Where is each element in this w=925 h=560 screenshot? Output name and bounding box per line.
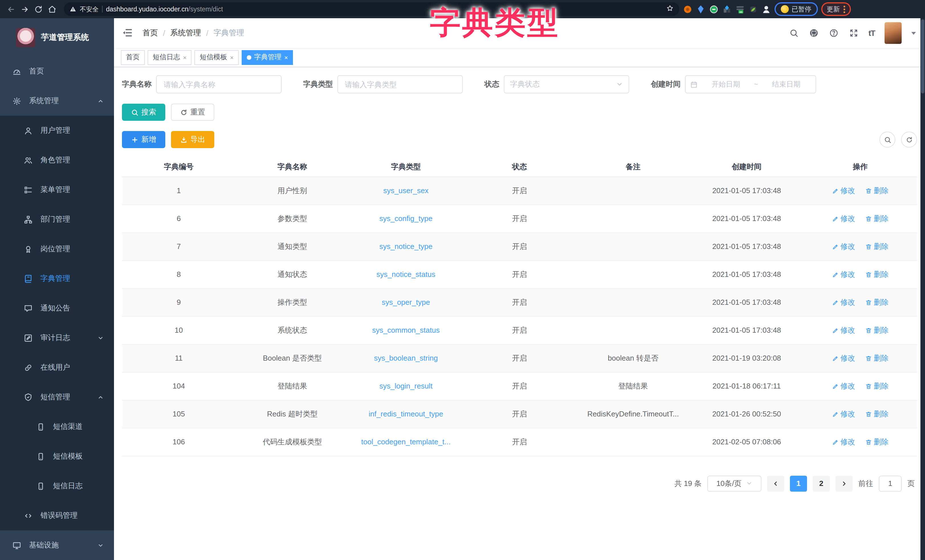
show-search-icon-button[interactable]: [880, 132, 895, 148]
extension-tampermonkey-icon[interactable]: on: [735, 4, 745, 14]
delete-link[interactable]: 删除: [865, 213, 889, 224]
reload-icon[interactable]: [33, 4, 43, 14]
font-size-icon[interactable]: tT: [869, 29, 875, 38]
extension-green-icon[interactable]: [709, 4, 719, 14]
delete-link[interactable]: 删除: [865, 353, 889, 363]
dict-type-link[interactable]: sys_config_type: [349, 205, 463, 232]
reset-button[interactable]: 重置: [171, 104, 214, 121]
next-page-button[interactable]: [836, 476, 853, 491]
extension-person-icon[interactable]: [761, 4, 771, 14]
edit-link[interactable]: 修改: [832, 185, 855, 196]
home-icon[interactable]: [47, 4, 57, 14]
refresh-icon-button[interactable]: [901, 132, 917, 148]
edit-link[interactable]: 修改: [832, 213, 855, 224]
delete-link[interactable]: 删除: [865, 409, 889, 419]
sidebar-item-dict[interactable]: 字典管理: [0, 264, 114, 294]
edit-link[interactable]: 修改: [832, 241, 855, 251]
breadcrumb-system[interactable]: 系统管理: [170, 28, 201, 38]
dict-type-link[interactable]: sys_user_sex: [349, 177, 463, 205]
tab-sms-template[interactable]: 短信模板×: [194, 50, 239, 65]
edit-link[interactable]: 修改: [832, 325, 855, 335]
edit-link[interactable]: 修改: [832, 437, 855, 447]
export-button[interactable]: 导出: [171, 131, 214, 148]
breadcrumb-home[interactable]: 首页: [143, 28, 158, 38]
dict-type-link[interactable]: sys_common_status: [349, 316, 463, 344]
extension-leaf-icon[interactable]: [748, 4, 758, 14]
dict-type-link[interactable]: tool_codegen_template_t...: [349, 428, 463, 456]
status-select[interactable]: 字典状态: [504, 75, 629, 93]
close-icon[interactable]: ×: [285, 54, 288, 61]
browser-update-button[interactable]: 更新: [821, 2, 851, 16]
tab-home[interactable]: 首页: [121, 50, 145, 65]
dict-type-link[interactable]: sys_login_result: [349, 372, 463, 400]
sidebar-item-sms-log[interactable]: 短信日志: [0, 471, 114, 501]
dict-type-input[interactable]: [337, 75, 463, 93]
github-icon[interactable]: [809, 28, 819, 38]
edit-link[interactable]: 修改: [832, 297, 855, 307]
dict-name-input[interactable]: [156, 75, 282, 93]
paused-extension-chip[interactable]: 已暂停: [774, 2, 818, 16]
sidebar-item-menus[interactable]: 菜单管理: [0, 175, 114, 205]
sidebar-item-system[interactable]: 系统管理: [0, 86, 114, 116]
close-icon[interactable]: ×: [183, 54, 187, 61]
page-scrollbar[interactable]: [920, 18, 925, 560]
edit-link[interactable]: 修改: [832, 381, 855, 391]
delete-link[interactable]: 删除: [865, 381, 889, 391]
tab-dict-active[interactable]: 字典管理×: [242, 50, 293, 65]
avatar-caret-icon[interactable]: [911, 32, 916, 35]
edit-link[interactable]: 修改: [832, 269, 855, 279]
page-2-button[interactable]: 2: [813, 476, 830, 491]
forward-icon[interactable]: [20, 4, 30, 14]
bookmark-star-icon[interactable]: [666, 4, 673, 14]
close-icon[interactable]: ×: [230, 54, 234, 61]
sidebar-item-audit-log[interactable]: 审计日志: [0, 323, 114, 353]
extension-orange-icon[interactable]: [683, 4, 693, 14]
sidebar-item-online-users[interactable]: 在线用户: [0, 353, 114, 382]
search-icon[interactable]: [789, 28, 799, 38]
back-icon[interactable]: [6, 4, 16, 14]
user-avatar[interactable]: [884, 22, 902, 44]
search-button[interactable]: 搜索: [122, 104, 165, 121]
delete-link[interactable]: 删除: [865, 437, 889, 447]
goto-page-input[interactable]: [879, 476, 902, 491]
dict-type-link[interactable]: sys_notice_status: [349, 260, 463, 288]
url-bar[interactable]: 不安全 dashboard.yudao.iocoder.cn/system/di…: [64, 2, 679, 16]
tab-sms-log[interactable]: 短信日志×: [148, 50, 192, 65]
sidebar-item-notices[interactable]: 通知公告: [0, 294, 114, 323]
sidebar-item-roles[interactable]: 角色管理: [0, 145, 114, 175]
app-logo[interactable]: 芋道管理系统: [0, 18, 114, 56]
sidebar-item-sms-channel[interactable]: 短信渠道: [0, 412, 114, 441]
dict-type-link[interactable]: inf_redis_timeout_type: [349, 400, 463, 428]
prev-page-button[interactable]: [767, 476, 784, 491]
scrollbar-thumb[interactable]: [921, 20, 924, 93]
sidebar-item-departments[interactable]: 部门管理: [0, 205, 114, 234]
delete-link[interactable]: 删除: [865, 185, 889, 196]
dict-type-link[interactable]: sys_oper_type: [349, 288, 463, 316]
sidebar-item-sms-template[interactable]: 短信模板: [0, 441, 114, 471]
page-size-select[interactable]: 10条/页: [707, 476, 761, 491]
sidebar-item-error-codes[interactable]: 错误码管理: [0, 501, 114, 530]
dict-type-link[interactable]: sys_boolean_string: [349, 344, 463, 372]
delete-link[interactable]: 删除: [865, 297, 889, 307]
date-range-picker[interactable]: 开始日期 ~ 结束日期: [685, 75, 816, 93]
edit-link[interactable]: 修改: [832, 353, 855, 363]
add-button[interactable]: 新增: [122, 131, 165, 148]
dict-type-link[interactable]: sys_notice_type: [349, 232, 463, 260]
sidebar-item-home[interactable]: 首页: [0, 56, 114, 86]
edit-link[interactable]: 修改: [832, 409, 855, 419]
kebab-menu-icon[interactable]: [843, 5, 845, 13]
security-warning-icon[interactable]: [69, 6, 76, 12]
sidebar-item-users[interactable]: 用户管理: [0, 116, 114, 145]
delete-link[interactable]: 删除: [865, 325, 889, 335]
extension-gem-icon[interactable]: [696, 4, 706, 14]
hamburger-icon[interactable]: [122, 27, 133, 39]
extension-diamond-icon[interactable]: [722, 4, 732, 14]
sidebar-item-posts[interactable]: 岗位管理: [0, 234, 114, 264]
delete-link[interactable]: 删除: [865, 241, 889, 251]
help-icon[interactable]: [829, 28, 839, 38]
sidebar-item-infrastructure[interactable]: 基础设施: [0, 530, 114, 560]
fullscreen-icon[interactable]: [849, 28, 859, 38]
delete-link[interactable]: 删除: [865, 269, 889, 279]
sidebar-item-sms[interactable]: 短信管理: [0, 382, 114, 412]
page-1-button[interactable]: 1: [790, 476, 807, 491]
